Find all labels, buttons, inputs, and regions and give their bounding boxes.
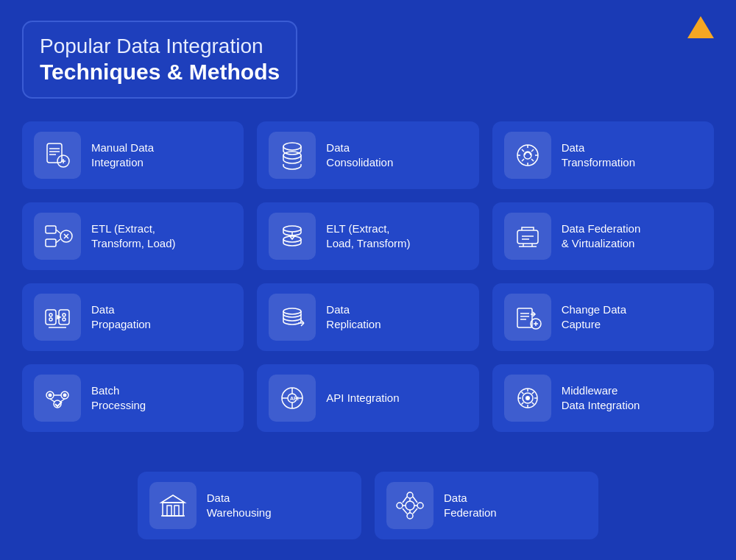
card-batch-processing: BatchProcessing xyxy=(22,364,244,432)
svg-marker-64 xyxy=(161,495,185,503)
data-warehousing-icon xyxy=(149,482,197,529)
svg-point-72 xyxy=(407,513,413,519)
card-api-integration: API API Integration xyxy=(257,364,478,432)
svg-point-73 xyxy=(397,503,403,508)
svg-rect-67 xyxy=(174,506,179,516)
data-federation-label: DataFederation xyxy=(444,491,497,521)
svg-rect-65 xyxy=(163,503,183,516)
card-data-replication: DataReplication xyxy=(257,283,478,351)
svg-rect-25 xyxy=(46,310,56,325)
svg-point-27 xyxy=(49,313,52,316)
svg-point-63 xyxy=(526,396,530,400)
svg-line-78 xyxy=(413,497,417,503)
title-line1: Popular Data Integration xyxy=(40,34,280,59)
card-change-data-capture: Change DataCapture xyxy=(492,283,714,351)
title-box: Popular Data Integration Techniques & Me… xyxy=(22,21,297,99)
card-data-transformation: DataTransformation xyxy=(492,121,714,189)
card-data-warehousing: DataWarehousing xyxy=(138,472,361,539)
svg-point-9 xyxy=(517,145,538,166)
api-integration-label: API Integration xyxy=(326,391,399,405)
svg-point-34 xyxy=(283,308,301,314)
svg-point-69 xyxy=(406,501,414,510)
svg-rect-22 xyxy=(517,230,538,244)
api-integration-icon: API xyxy=(269,375,316,422)
data-propagation-icon xyxy=(34,294,81,341)
card-elt: ELT (Extract,Load, Transform) xyxy=(257,202,478,270)
title-line2: Techniques & Methods xyxy=(40,59,280,85)
svg-point-30 xyxy=(63,318,66,321)
card-etl: ETL (Extract,Transform, Load) xyxy=(22,202,244,270)
card-manual-data-integration: Manual DataIntegration xyxy=(22,121,244,189)
etl-icon xyxy=(34,213,81,260)
elt-label: ELT (Extract,Load, Transform) xyxy=(326,221,410,252)
svg-point-29 xyxy=(63,313,66,316)
logo-icon xyxy=(687,16,714,38)
data-consolidation-icon xyxy=(269,132,316,179)
svg-marker-21 xyxy=(289,235,295,239)
svg-text:API: API xyxy=(290,396,299,401)
bottom-cards-row: DataWarehousing DataFederation xyxy=(22,472,714,539)
svg-line-51 xyxy=(60,399,65,402)
svg-line-50 xyxy=(50,399,54,402)
manual-data-integration-label: Manual DataIntegration xyxy=(91,141,154,171)
data-federation-virtualization-icon xyxy=(504,213,551,260)
change-data-capture-label: Change DataCapture xyxy=(562,302,626,333)
data-warehousing-label: DataWarehousing xyxy=(207,491,272,521)
middleware-data-integration-icon xyxy=(504,375,551,422)
svg-point-8 xyxy=(283,152,301,159)
svg-rect-11 xyxy=(46,226,56,233)
elt-icon xyxy=(269,213,316,260)
svg-rect-38 xyxy=(517,308,532,327)
cards-grid: Manual DataIntegration DataConsolidation xyxy=(22,121,714,432)
card-data-federation: DataFederation xyxy=(375,472,598,539)
svg-rect-12 xyxy=(46,239,56,247)
card-middleware-data-integration: MiddlewareData Integration xyxy=(492,364,714,432)
data-transformation-icon xyxy=(504,132,551,179)
change-data-capture-icon xyxy=(504,294,551,341)
card-data-federation-virtualization: Data Federation& Virtualization xyxy=(492,202,714,270)
svg-point-52 xyxy=(49,394,52,397)
card-data-consolidation: DataConsolidation xyxy=(257,121,478,189)
card-data-propagation: DataPropagation xyxy=(22,283,244,351)
svg-point-71 xyxy=(417,503,423,508)
svg-line-79 xyxy=(413,508,417,514)
svg-point-53 xyxy=(63,394,67,397)
svg-point-18 xyxy=(283,226,301,232)
data-transformation-label: DataTransformation xyxy=(562,141,635,171)
batch-processing-label: BatchProcessing xyxy=(91,383,146,414)
svg-rect-66 xyxy=(167,506,171,516)
svg-line-80 xyxy=(403,508,407,514)
data-federation-icon xyxy=(386,482,434,529)
svg-line-15 xyxy=(56,239,60,243)
svg-line-81 xyxy=(403,497,407,503)
data-federation-virtualization-label: Data Federation& Virtualization xyxy=(562,221,641,252)
svg-rect-0 xyxy=(47,143,62,163)
svg-point-70 xyxy=(407,492,413,498)
batch-processing-icon xyxy=(34,375,81,422)
svg-point-28 xyxy=(49,318,52,321)
data-replication-icon xyxy=(269,294,316,341)
data-propagation-label: DataPropagation xyxy=(91,302,151,333)
data-replication-label: DataReplication xyxy=(326,302,381,333)
middleware-data-integration-label: MiddlewareData Integration xyxy=(562,383,640,414)
svg-point-7 xyxy=(283,143,301,150)
etl-label: ETL (Extract,Transform, Load) xyxy=(91,221,176,252)
manual-data-integration-icon xyxy=(34,132,81,179)
data-consolidation-label: DataConsolidation xyxy=(326,141,393,171)
svg-line-14 xyxy=(56,230,60,233)
